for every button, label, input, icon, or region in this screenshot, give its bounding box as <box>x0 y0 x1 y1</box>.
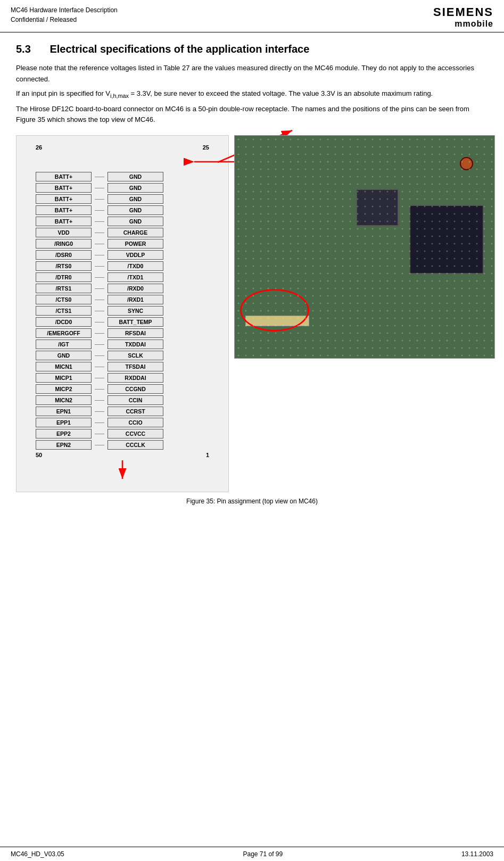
pin-row: /EMERGOFF RFSDAI <box>22 328 223 338</box>
pin-gap <box>95 266 104 267</box>
pin-row: MICP2 CCGND <box>22 384 223 394</box>
pin-left: BATT+ <box>36 205 92 215</box>
footer-right: 13.11.2003 <box>461 850 493 858</box>
pin-left: GND <box>36 351 92 360</box>
pin-row: EPN1 CCRST <box>22 407 223 416</box>
pin-row: MICP1 RXDDAI <box>22 373 223 383</box>
pin-right: CCIN <box>108 395 163 405</box>
pin-right: /TXD0 <box>108 261 163 271</box>
pin-row: /DTR0 /TXD1 <box>22 272 223 282</box>
pin-gap <box>95 277 104 278</box>
pcb-photo <box>234 135 495 359</box>
pin-row: /DSR0 VDDLP <box>22 250 223 260</box>
pin-gap <box>95 333 104 334</box>
pin-right: CCRST <box>108 407 163 416</box>
pin-gap <box>95 445 104 445</box>
pin-row: EPP2 CCVCC <box>22 429 223 438</box>
doc-title-line2: Confidential / Released <box>11 15 118 24</box>
pin-gap <box>95 378 104 378</box>
pin-gap <box>95 255 104 255</box>
pin-gap <box>95 300 104 300</box>
section-heading: Electrical specifications of the applica… <box>49 43 309 55</box>
pin-right: SYNC <box>108 306 163 316</box>
pin-row: BATT+ GND <box>22 194 223 204</box>
pin-right: VDDLP <box>108 250 163 260</box>
pin-right: RXDDAI <box>108 373 163 383</box>
pin-right: GND <box>108 194 163 204</box>
body-paragraph-1: Please note that the reference voltages … <box>16 63 488 85</box>
pin-gap <box>95 367 104 367</box>
svg-rect-5 <box>235 136 494 358</box>
pin-gap <box>95 288 104 289</box>
pcb-background <box>235 136 494 358</box>
pin-right: /TXD1 <box>108 272 163 282</box>
figure-caption: Figure 35: Pin assignment (top view on M… <box>16 498 488 505</box>
page-header: MC46 Hardware Interface Description Conf… <box>0 0 504 32</box>
pin-gap <box>95 434 104 434</box>
pin-row: /IGT TXDDAI <box>22 340 223 349</box>
pin-right: GND <box>108 183 163 193</box>
pin-left: /RING0 <box>36 239 92 249</box>
pin-gap <box>95 233 104 233</box>
pin-right: RFSDAI <box>108 328 163 338</box>
figure-container: 26 25 BATT+ GND BATT+ GND BATT+ GND <box>16 135 488 492</box>
pin-row: /RING0 POWER <box>22 239 223 249</box>
pin-right: CCGND <box>108 384 163 394</box>
pin-left: /DSR0 <box>36 250 92 260</box>
doc-title-line1: MC46 Hardware Interface Description <box>11 5 118 15</box>
pin-left: EPN2 <box>36 440 92 450</box>
pin-right: CHARGE <box>108 228 163 237</box>
footer-center: Page 71 of 99 <box>243 850 283 858</box>
page-footer: MC46_HD_V03.05 Page 71 of 99 13.11.2003 <box>0 847 504 861</box>
pin-row: VDD CHARGE <box>22 228 223 237</box>
pin-left: BATT+ <box>36 217 92 226</box>
pin-gap <box>95 411 104 412</box>
pin-row: /DCD0 BATT_TEMP <box>22 317 223 327</box>
pin-right: TFSDAI <box>108 362 163 371</box>
pin-row: EPN2 CCCLK <box>22 440 223 450</box>
main-content: 5.3 Electrical specifications of the app… <box>0 32 504 516</box>
pin-right: /RXD1 <box>108 295 163 304</box>
pin-row: EPP1 CCIO <box>22 418 223 427</box>
pin-gap <box>95 244 104 244</box>
pin-row: BATT+ GND <box>22 205 223 215</box>
pin-right: CCIO <box>108 418 163 427</box>
section-number: 5.3 <box>16 43 31 55</box>
pin-gap <box>95 221 104 222</box>
pin-left: /CTS0 <box>36 295 92 304</box>
header-title: MC46 Hardware Interface Description Conf… <box>11 5 118 24</box>
pin-row: /RTS1 /RXD0 <box>22 284 223 293</box>
pin-diagram: 26 25 BATT+ GND BATT+ GND BATT+ GND <box>16 135 229 492</box>
pin-gap <box>95 322 104 322</box>
pin-gap <box>95 311 104 311</box>
pin-left: EPP2 <box>36 429 92 438</box>
pin-label-26: 26 <box>36 144 42 151</box>
pin-gap <box>95 423 104 423</box>
pin-left: MICN1 <box>36 362 92 371</box>
pin-row: /CTS1 SYNC <box>22 306 223 316</box>
top-arrow-indicator <box>186 136 228 168</box>
pin-left: MICP1 <box>36 373 92 383</box>
pin-left: /IGT <box>36 340 92 349</box>
pin-left: /EMERGOFF <box>36 328 92 338</box>
pin-row: /CTS0 /RXD1 <box>22 295 223 304</box>
pin-right: CCCLK <box>108 440 163 450</box>
pin-left: /DTR0 <box>36 272 92 282</box>
pin-row: BATT+ GND <box>22 172 223 181</box>
section-title: 5.3 Electrical specifications of the app… <box>16 43 488 55</box>
pin-row: BATT+ GND <box>22 183 223 193</box>
pin-left: MICN2 <box>36 395 92 405</box>
pin-left: BATT+ <box>36 183 92 193</box>
brand-logo: SIEMENS mmobile <box>433 5 493 29</box>
pin-row: MICN1 TFSDAI <box>22 362 223 371</box>
pin-right: GND <box>108 172 163 181</box>
photo-area <box>234 135 495 492</box>
pin-left: /RTS1 <box>36 284 92 293</box>
pin-left: BATT+ <box>36 172 92 181</box>
pin-row: /RTS0 /TXD0 <box>22 261 223 271</box>
pcb-dot-pattern <box>235 136 494 358</box>
pin-right: /RXD0 <box>108 284 163 293</box>
pin-gap <box>95 389 104 390</box>
pin-row: GND SCLK <box>22 351 223 360</box>
pin-gap <box>95 355 104 356</box>
